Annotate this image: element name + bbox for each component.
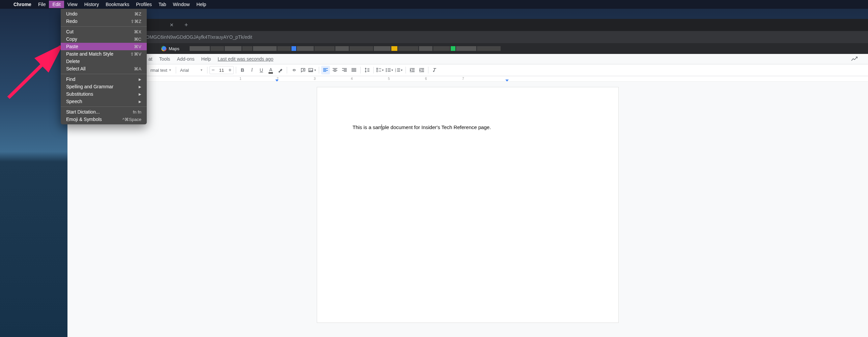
address-bar[interactable]: oogle.com/document/d/1P4gk26mpOMGC6inN9w… [67,31,868,43]
ruler-tick: 5 [388,77,390,81]
google-docs: at Tools Add-ons Help Last edit was seco… [67,54,868,337]
svg-point-9 [386,70,387,71]
text-color-button[interactable]: A [267,66,275,74]
menu-help[interactable]: Help [193,1,209,8]
docs-toolbar: rmal text▼ Arial▼ − 11 + B I U A ▼ [67,64,868,76]
menu-history[interactable]: History [81,1,103,8]
comment-button[interactable] [299,66,307,74]
menu-file[interactable]: File [35,1,49,8]
indent-increase-button[interactable] [417,66,426,74]
menu-dictation[interactable]: Start Dictation...fn fn [61,108,147,116]
ruler-tick: 4 [351,77,353,81]
menu-tab[interactable]: Tab [155,1,170,8]
font-size-increase[interactable]: + [227,67,233,73]
font-size-control: − 11 + [209,66,234,74]
style-select[interactable]: rmal text▼ [148,66,174,74]
page-area: This is a sample document for Insider's … [67,82,868,323]
menu-redo[interactable]: Redo⇧⌘Z [61,18,147,25]
activity-icon[interactable] [851,56,858,63]
tab-strip: ✕ + [67,19,868,31]
highlight-button[interactable] [276,66,285,74]
font-size-value[interactable]: 11 [217,68,227,73]
menu-window[interactable]: Window [170,1,193,8]
ruler[interactable]: 1 2 3 4 5 6 7 [67,76,868,82]
document-text[interactable]: This is a sample document for Insider's … [353,124,583,130]
svg-point-10 [386,71,387,72]
bookmark-maps[interactable]: Maps [159,44,182,53]
body-text: This is a sample document for Insider's … [353,124,491,130]
menu-cut[interactable]: Cut⌘X [61,28,147,35]
font-size-decrease[interactable]: − [210,67,217,73]
last-edit-link[interactable]: Last edit was seconds ago [218,56,273,62]
ruler-tick: 1 [240,77,242,81]
menu-speech[interactable]: Speech▶ [61,98,147,105]
menu-substitutions[interactable]: Substitutions▶ [61,90,147,98]
document-page[interactable]: This is a sample document for Insider's … [317,87,619,323]
numbered-list-button[interactable]: 123▼ [395,66,403,74]
menu-paste-match-style[interactable]: Paste and Match Style⇧⌘V [61,50,147,58]
mac-menubar: Chrome File Edit View History Bookmarks … [0,0,868,9]
ruler-tick: 7 [462,77,464,81]
line-spacing-button[interactable] [363,66,371,74]
menu-copy[interactable]: Copy⌘C [61,35,147,43]
bold-button[interactable]: B [238,66,247,74]
docs-menu-addons[interactable]: Add-ons [177,56,194,62]
menu-bookmarks[interactable]: Bookmarks [102,1,133,8]
underline-button[interactable]: U [257,66,266,74]
align-left-button[interactable] [321,66,330,74]
align-right-button[interactable] [340,66,349,74]
menu-edit[interactable]: Edit [49,1,64,8]
svg-point-8 [386,68,387,69]
menu-spelling[interactable]: Spelling and Grammar▶ [61,83,147,90]
new-tab-button[interactable]: + [181,20,191,30]
edit-dropdown: Undo⌘Z Redo⇧⌘Z Cut⌘X Copy⌘C Paste⌘V Past… [61,9,147,124]
style-select-label: rmal text [150,68,167,73]
docs-menubar: at Tools Add-ons Help Last edit was seco… [67,54,868,64]
docs-menu-tools[interactable]: Tools [159,56,170,62]
svg-line-14 [8,47,61,98]
italic-button[interactable]: I [248,66,256,74]
ruler-right-margin[interactable] [505,80,509,82]
menu-paste[interactable]: Paste⌘V [61,43,147,50]
docs-menu-help[interactable]: Help [201,56,211,62]
svg-rect-7 [376,70,378,72]
link-button[interactable] [289,66,298,74]
menu-delete[interactable]: Delete [61,58,147,65]
menu-undo[interactable]: Undo⌘Z [61,10,147,18]
chrome-window: ✕ + oogle.com/document/d/1P4gk26mpOMGC6i… [67,19,868,337]
align-center-button[interactable] [331,66,339,74]
clear-formatting-button[interactable] [430,66,439,74]
bookmarks-bar: Maps [67,43,868,54]
ruler-tick: 6 [425,77,427,81]
font-select-label: Arial [180,68,189,73]
ruler-tick: 3 [314,77,316,81]
image-button[interactable]: ▼ [308,66,317,74]
annotation-arrow-icon [5,37,66,101]
menu-view[interactable]: View [64,1,81,8]
maps-icon [161,46,167,51]
ruler-left-margin[interactable] [275,80,279,82]
indent-decrease-button[interactable] [408,66,417,74]
text-cursor [382,124,382,130]
menu-find[interactable]: Find▶ [61,75,147,83]
docs-menu-format[interactable]: at [148,56,152,62]
menu-select-all[interactable]: Select All⌘A [61,65,147,72]
checklist-button[interactable]: ▼ [376,66,385,74]
font-select[interactable]: Arial▼ [178,66,205,74]
menu-app[interactable]: Chrome [10,1,35,8]
bookmark-pixelated [190,46,501,51]
tab-close-button[interactable]: ✕ [169,22,175,28]
bullet-list-button[interactable]: ▼ [385,66,394,74]
svg-text:3: 3 [395,70,396,72]
align-justify-button[interactable] [349,66,358,74]
menu-profiles[interactable]: Profiles [133,1,155,8]
svg-point-5 [310,69,310,70]
bookmark-maps-label: Maps [169,46,179,51]
menu-emoji[interactable]: Emoji & Symbols^⌘Space [61,116,147,123]
